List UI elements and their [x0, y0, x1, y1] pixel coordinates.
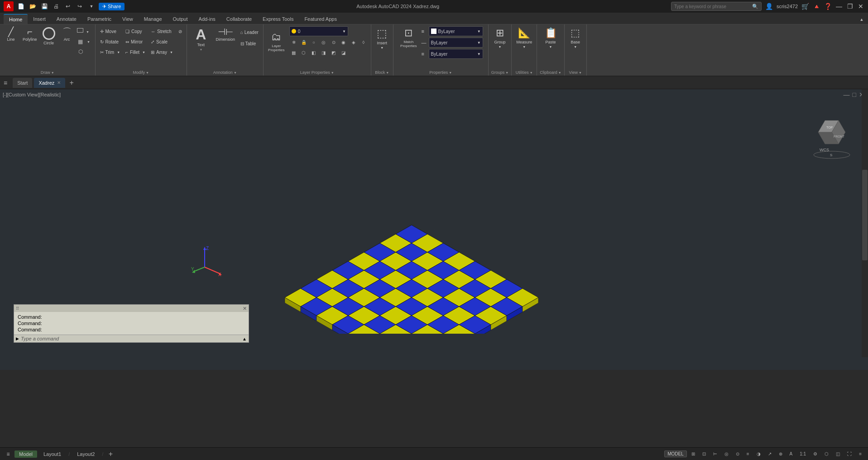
tab-output[interactable]: Output: [168, 14, 193, 24]
grid-display-btn[interactable]: ⊞: [689, 450, 698, 457]
paste-button[interactable]: 📋 Paste ▼: [542, 26, 559, 49]
cmdline-header[interactable]: ⠿ ✕: [14, 305, 249, 312]
model-tab[interactable]: Model: [14, 450, 37, 458]
viewport-minimize-btn[interactable]: —: [844, 91, 850, 98]
tab-addins[interactable]: Add-ins: [193, 14, 221, 24]
layer-dropdown[interactable]: 0 ▼: [289, 26, 348, 36]
annotation-section-label[interactable]: Annotation ▼: [213, 70, 237, 75]
table-button[interactable]: ⊟ Table: [239, 38, 260, 48]
isolate-btn[interactable]: ◫: [833, 450, 843, 457]
group-button[interactable]: ⊞ Group ▼: [492, 26, 508, 49]
layer-icon4[interactable]: ◉: [339, 38, 348, 47]
tab-add-button[interactable]: +: [67, 78, 76, 87]
tab-home[interactable]: Home: [4, 14, 28, 24]
lineweight-btn[interactable]: ≡: [744, 450, 752, 457]
paste-dropdown[interactable]: ▼: [549, 45, 552, 48]
tab-view[interactable]: View: [117, 14, 139, 24]
array-button[interactable]: ⊞ Array ▼: [149, 47, 175, 57]
layer-icon9[interactable]: ◧: [309, 48, 318, 57]
minimize-button[interactable]: —: [835, 3, 843, 10]
match-properties-button[interactable]: ⊡ MatchProperties: [398, 26, 418, 49]
polar-btn[interactable]: ◎: [722, 450, 731, 457]
utilities-section-label[interactable]: Utilities ▼: [516, 70, 533, 75]
hamburger-menu[interactable]: ≡: [4, 79, 7, 86]
layout2-tab[interactable]: Layout2: [72, 450, 99, 458]
measure-dropdown[interactable]: ▼: [523, 45, 526, 48]
fillet-dropdown[interactable]: ▼: [142, 51, 145, 54]
layers-section-label[interactable]: Layer Properties ▼: [300, 70, 334, 75]
help-icon[interactable]: ❓: [824, 3, 832, 10]
customization-btn[interactable]: ≡: [856, 450, 864, 457]
lock-icon[interactable]: 🔒: [299, 38, 308, 47]
model-status-btn[interactable]: MODEL: [664, 450, 687, 457]
layer-properties-button[interactable]: 🗂 LayerProperties: [266, 30, 287, 53]
workspace-btn[interactable]: ⚙: [810, 450, 820, 457]
search-box[interactable]: Type a keyword or phrase 🔍: [671, 2, 762, 11]
annotate-monitor-btn[interactable]: A: [787, 450, 796, 457]
layer-icon12[interactable]: ◪: [339, 48, 348, 57]
qa-dropdown-icon[interactable]: ▼: [87, 2, 96, 11]
open-icon[interactable]: 📂: [28, 2, 37, 11]
cmd-expand-icon[interactable]: ▲: [242, 336, 247, 341]
circle-button[interactable]: Circle: [41, 26, 57, 46]
linetype-dropdown[interactable]: ByLayer ▼: [429, 38, 483, 48]
fullscreen-btn[interactable]: ⛶: [844, 450, 854, 457]
tab-featured[interactable]: Featured Apps: [299, 14, 342, 24]
stretch-button[interactable]: ↔ Stretch: [149, 26, 175, 36]
clipboard-section-label[interactable]: Clipboard ▼: [540, 70, 561, 75]
tab-collaborate[interactable]: Collaborate: [221, 14, 257, 24]
snap-btn[interactable]: ⊡: [700, 450, 709, 457]
hardware-btn[interactable]: ⬡: [822, 450, 831, 457]
osnap-btn[interactable]: ⊙: [733, 450, 742, 457]
layout1-tab[interactable]: Layout1: [39, 450, 66, 458]
fillet-button[interactable]: ⌐ Fillet ▼: [124, 47, 147, 57]
scale-button[interactable]: ⤢ Scale: [149, 37, 175, 47]
triangle-icon[interactable]: 🔺: [813, 3, 820, 10]
scroll-thumb[interactable]: [862, 170, 868, 260]
undo-icon[interactable]: ↩: [63, 2, 72, 11]
base-dropdown[interactable]: ▼: [574, 45, 577, 48]
layer-icon3[interactable]: ⊙: [329, 38, 338, 47]
erase-button[interactable]: ⊘: [177, 26, 184, 36]
trim-dropdown[interactable]: ▼: [117, 51, 120, 54]
array-dropdown[interactable]: ▼: [170, 51, 173, 54]
gizmo-btn[interactable]: ⊕: [776, 450, 785, 457]
polyline-button[interactable]: ⌐ Polyline: [21, 26, 39, 43]
copy-button[interactable]: ❏ Copy: [124, 26, 147, 36]
arc-button[interactable]: ⌒ Arc: [59, 26, 75, 43]
draw-section-label[interactable]: Draw ▼: [41, 70, 54, 75]
layer-icon8[interactable]: ⬡: [299, 48, 308, 57]
viewport-restore-btn[interactable]: □: [853, 91, 856, 98]
rotate-button[interactable]: ↻ Rotate: [98, 37, 122, 47]
line-button[interactable]: ╱ Line: [3, 26, 19, 43]
layer-icon2[interactable]: ◎: [319, 38, 328, 47]
move-button[interactable]: ✛ Move: [98, 26, 122, 36]
group-dropdown[interactable]: ▼: [499, 45, 502, 48]
base-button[interactable]: ⬚ Base ▼: [567, 26, 584, 49]
ribbon-collapse-icon[interactable]: ▲: [857, 15, 866, 24]
share-button[interactable]: ✈ Share: [99, 3, 125, 10]
layer-icon11[interactable]: ◩: [329, 48, 338, 57]
rect-dropdown-icon[interactable]: ▼: [84, 28, 91, 35]
tab-xadrez-close[interactable]: ✕: [57, 80, 61, 85]
hatch-dropdown-icon[interactable]: ▼: [85, 38, 92, 45]
vertical-scrollbar[interactable]: [862, 89, 868, 357]
groups-section-label[interactable]: Groups ▼: [491, 70, 508, 75]
lineweight-dropdown[interactable]: ByLayer ▼: [429, 49, 483, 59]
trim-button[interactable]: ✂ Trim ▼: [98, 47, 122, 57]
dimension-button[interactable]: ⊣⊢ Dimension: [214, 26, 237, 43]
rect-icon[interactable]: [77, 28, 83, 33]
hatch-icon[interactable]: ▦: [77, 38, 84, 45]
print-icon[interactable]: 🖨: [52, 2, 61, 11]
maximize-button[interactable]: ❐: [846, 3, 854, 10]
mirror-button[interactable]: ⇔ Mirror: [124, 37, 147, 47]
tab-start[interactable]: Start: [13, 78, 32, 88]
cart-icon[interactable]: 🛒: [801, 3, 809, 10]
user-icon[interactable]: 👤: [765, 3, 773, 10]
insert-button[interactable]: ⬚ Insert ▼: [374, 26, 390, 50]
tab-manage[interactable]: Manage: [139, 14, 168, 24]
layout-add-button[interactable]: +: [106, 450, 115, 459]
modify-section-label[interactable]: Modify ▼: [133, 70, 149, 75]
tab-insert[interactable]: Insert: [28, 14, 51, 24]
transparency-btn[interactable]: ◑: [754, 450, 763, 457]
